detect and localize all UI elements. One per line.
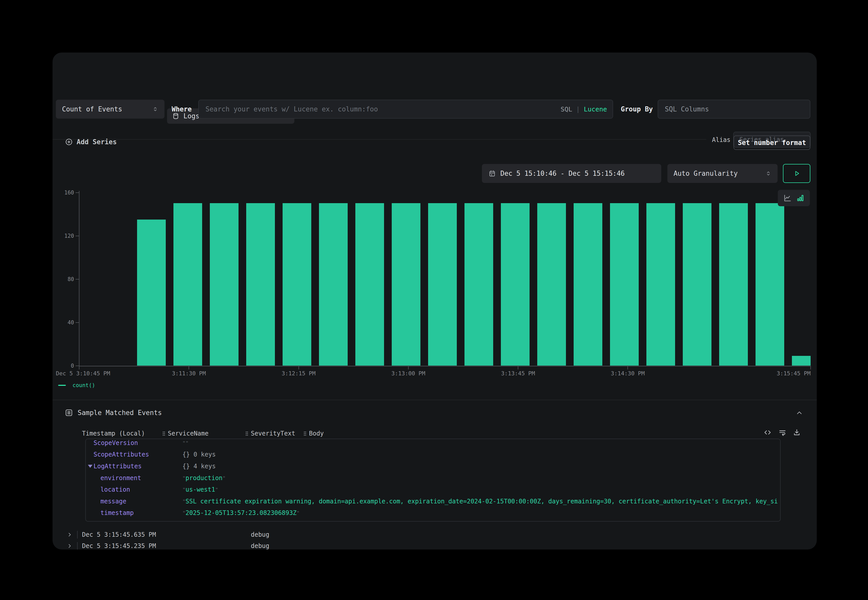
chart-legend: count() [58, 382, 95, 388]
chart-bar [465, 203, 493, 365]
grip-icon[interactable] [303, 431, 307, 436]
x-tick-label: 3:13:00 PM [367, 370, 449, 377]
event-severity: debug [251, 531, 269, 538]
severity-bar [77, 531, 78, 538]
y-tick [76, 192, 79, 193]
chart-builder-panel: Data Source Logs Schema Alias Series ali… [53, 53, 817, 550]
legend-label: count() [73, 382, 95, 388]
grip-icon[interactable] [162, 431, 165, 436]
y-tick-label: 0 [53, 363, 74, 369]
detail-value: "2025-12-05T13:57:23.082306893Z" [182, 509, 777, 517]
detail-value: "us-west1" [182, 486, 777, 494]
chart-bar [537, 203, 566, 365]
chart-bar [792, 356, 810, 365]
x-tick [189, 367, 189, 370]
code-icon[interactable] [763, 428, 772, 436]
chart-type-toggle [778, 190, 810, 206]
expand-chevron-icon [67, 532, 73, 538]
chart-bar [683, 203, 712, 365]
x-tick-label: 3:15:45 PM [729, 370, 810, 377]
expand-triangle-icon[interactable] [88, 465, 92, 468]
chart-bar [319, 203, 348, 365]
y-tick [76, 236, 79, 236]
detail-key: ScopeAttributes [94, 451, 149, 458]
x-tick [408, 367, 409, 370]
column-label: ServiceName [168, 430, 209, 437]
app-root: Data Source Logs Schema Alias Series ali… [0, 0, 868, 600]
grip-icon [245, 431, 248, 436]
x-tick [518, 367, 518, 370]
column-header-severitytext[interactable]: SeverityText [245, 430, 295, 437]
event-detail-panel: ScopeVersion""ScopeAttributes{} 0 keysLo… [85, 439, 781, 521]
detail-value: {} 0 keys [182, 451, 777, 458]
column-label: Body [309, 430, 324, 437]
chart-bar [646, 203, 675, 365]
x-tick-label: Dec 5 3:10:45 PM [56, 370, 110, 377]
line-chart-icon[interactable] [783, 194, 792, 202]
detail-key: message [100, 497, 126, 505]
detail-value: "" [182, 439, 777, 447]
chart-bar [355, 203, 384, 365]
chart-bar [173, 203, 202, 365]
grip-icon[interactable] [245, 431, 248, 436]
detail-value: "SSL certificate expiration warning, dom… [182, 497, 777, 505]
x-tick-label: 3:11:30 PM [148, 370, 230, 377]
wrap-text-icon[interactable] [778, 428, 786, 436]
chart-bar [283, 203, 311, 365]
x-tick [79, 367, 79, 370]
y-tick [76, 365, 79, 366]
list-icon [65, 409, 73, 417]
severity-bar [77, 542, 78, 550]
section-divider [53, 400, 817, 400]
chart-bar [137, 220, 166, 365]
events-title: Sample Matched Events [78, 409, 162, 417]
chart-bar [574, 203, 602, 365]
legend-swatch [58, 385, 66, 386]
x-tick [627, 367, 628, 370]
column-label: SeverityText [251, 430, 295, 437]
y-tick-label: 120 [53, 233, 74, 239]
download-icon[interactable] [793, 428, 801, 436]
y-tick [76, 279, 79, 279]
expand-chevron-icon[interactable] [67, 532, 73, 538]
y-tick-label: 160 [53, 189, 74, 196]
expand-chevron-icon[interactable] [67, 543, 73, 549]
detail-key: location [100, 486, 130, 494]
column-header-body[interactable]: Body [303, 430, 324, 437]
y-tick-label: 80 [53, 276, 74, 282]
chart-bar [501, 203, 530, 365]
chart-bar [610, 203, 639, 365]
x-tick-label: 3:12:15 PM [258, 370, 340, 377]
y-tick [76, 322, 79, 323]
detail-key: environment [100, 474, 141, 482]
detail-value: "production" [182, 474, 777, 482]
event-row[interactable]: Dec 5 3:15:45.235 PMdebug [53, 542, 817, 550]
x-tick [298, 367, 299, 370]
detail-key: ScopeVersion [94, 439, 138, 447]
bar-chart-icon[interactable] [796, 194, 805, 202]
column-header-servicename[interactable]: ServiceName [162, 430, 209, 437]
events-section-header: Sample Matched Events [65, 409, 162, 417]
x-tick-label: 3:13:45 PM [477, 370, 559, 377]
x-tick [810, 367, 811, 370]
column-header-timestamp-local-[interactable]: Timestamp (Local) [82, 430, 145, 437]
expand-chevron-icon [67, 543, 73, 549]
chart-bar [756, 203, 784, 365]
x-tick-label: 3:14:30 PM [587, 370, 669, 377]
collapse-chevron-icon[interactable] [795, 409, 803, 417]
chart-bar [392, 203, 420, 365]
event-row[interactable]: Dec 5 3:15:45.635 PMdebug [53, 531, 817, 538]
chart-bar [719, 203, 748, 365]
event-timestamp: Dec 5 3:15:45.235 PM [82, 542, 156, 550]
chart-bar [246, 203, 275, 365]
event-timestamp: Dec 5 3:15:45.635 PM [82, 531, 156, 538]
event-severity: debug [251, 542, 269, 550]
y-axis-line [79, 191, 79, 367]
chart-bar [210, 203, 238, 365]
grip-icon [162, 431, 165, 436]
detail-key: LogAttributes [94, 462, 142, 470]
chart-bar [428, 203, 457, 365]
column-label: Timestamp (Local) [82, 430, 145, 437]
detail-key: timestamp [100, 509, 134, 517]
y-tick-label: 40 [53, 320, 74, 326]
